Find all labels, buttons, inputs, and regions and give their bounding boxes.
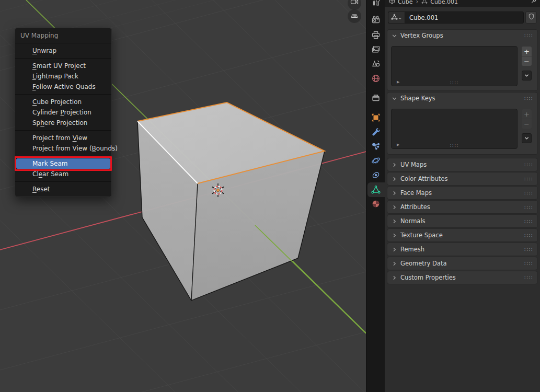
menu-item-lightmap-pack[interactable]: Lightmap Pack	[16, 71, 110, 82]
output-icon	[371, 30, 381, 40]
panel-uv-maps[interactable]: UV Maps ::::	[387, 158, 537, 171]
shape-keys-panel: Shape Keys :::: ▶ :::: + −	[387, 93, 537, 154]
panel-label: Texture Space	[400, 232, 443, 239]
chevron-down-icon	[392, 31, 397, 41]
menu-item-mark-seam[interactable]: Mark Seam	[16, 158, 110, 169]
chevron-right-icon	[392, 174, 397, 184]
grid-floor-icon	[350, 10, 359, 22]
view-layer-icon	[371, 45, 381, 54]
tab-modifier[interactable]	[371, 127, 381, 136]
remove-vertex-group-button[interactable]: −	[522, 56, 532, 66]
panel-custom-properties[interactable]: Custom Properties ::::	[387, 271, 537, 284]
panel-face-maps[interactable]: Face Maps ::::	[387, 187, 537, 199]
world-icon	[371, 74, 381, 83]
tab-collection[interactable]	[371, 93, 381, 102]
3d-viewport[interactable]: UV Mapping UnwrapSmart UV ProjectLightma…	[0, 0, 366, 392]
panel-label: Geometry Data	[400, 260, 446, 267]
drag-handle-icon[interactable]: ::::	[524, 162, 533, 167]
drag-handle-icon[interactable]: ::::	[524, 247, 533, 252]
tab-material[interactable]	[371, 199, 381, 209]
menu-item-cube-projection[interactable]: Cube Projection	[16, 97, 110, 107]
fake-user-button[interactable]	[525, 11, 537, 24]
menu-title: UV Mapping	[15, 29, 111, 42]
mesh-name-field[interactable]	[405, 11, 524, 24]
modifier-icon	[371, 127, 381, 136]
properties-tab-bar	[366, 0, 385, 392]
menu-item-project-from-view-bounds[interactable]: Project from View (Bounds)	[16, 143, 110, 154]
tab-object[interactable]	[371, 113, 381, 122]
drag-handle-icon[interactable]: ::::	[524, 176, 533, 181]
menu-item-cylinder-projection[interactable]: Cylinder Projection	[16, 107, 110, 118]
tab-physics[interactable]	[371, 156, 381, 165]
breadcrumb-data-label[interactable]: Cube.001	[430, 0, 458, 5]
drag-handle-icon[interactable]: ::::	[524, 190, 533, 195]
scene-icon	[371, 59, 381, 68]
menu-item-project-from-view[interactable]: Project from View	[16, 133, 110, 143]
menu-item-label: Sphere Projection	[32, 119, 87, 126]
shape-key-specials-button[interactable]	[522, 133, 532, 143]
menu-item-follow-active-quads[interactable]: Follow Active Quads	[16, 82, 110, 92]
properties-editor: Cube › Cube.001	[385, 0, 540, 392]
panel-remesh[interactable]: Remesh ::::	[387, 243, 537, 256]
resize-handle-icon[interactable]: ::::	[392, 79, 517, 85]
resize-handle-icon[interactable]: ::::	[392, 142, 517, 148]
menu-item-smart-uv-project[interactable]: Smart UV Project	[16, 61, 110, 71]
tab-render[interactable]	[371, 15, 381, 25]
grid-floor-button[interactable]	[348, 9, 361, 23]
menu-item-sphere-projection[interactable]: Sphere Projection	[16, 118, 110, 128]
tab-particles[interactable]	[371, 142, 381, 151]
y-axis-line-front	[255, 225, 366, 333]
tab-world[interactable]	[371, 74, 381, 83]
shape-keys-header[interactable]: Shape Keys ::::	[387, 93, 537, 104]
menu-item-clear-seam[interactable]: Clear Seam	[16, 169, 110, 179]
mesh-data-type-button[interactable]	[388, 11, 405, 24]
panel-label: Shape Keys	[400, 95, 435, 102]
shape-keys-list[interactable]: ▶ ::::	[391, 109, 518, 149]
panel-geometry-data[interactable]: Geometry Data ::::	[387, 257, 537, 270]
render-icon	[371, 15, 381, 25]
panel-label: Normals	[400, 217, 426, 225]
menu-item-unwrap[interactable]: Unwrap	[16, 45, 110, 56]
menu-item-label: Smart UV Project	[32, 62, 86, 70]
object-data-icon	[371, 185, 381, 194]
chevron-right-icon	[392, 259, 397, 269]
drag-handle-icon[interactable]: ::::	[524, 33, 533, 38]
panel-color-attributes[interactable]: Color Attributes ::::	[387, 172, 537, 185]
tab-view-layer[interactable]	[371, 45, 381, 54]
drag-handle-icon[interactable]: ::::	[524, 233, 533, 238]
drag-handle-icon[interactable]: ::::	[524, 261, 533, 266]
blender-window: { "viewport": { "nav": { "camera_icon": …	[0, 0, 540, 392]
menu-item-label: Clear Seam	[32, 170, 68, 178]
drag-handle-icon[interactable]: ::::	[524, 218, 533, 224]
menu-item-reset[interactable]: Reset	[16, 184, 110, 194]
collapsed-panels: UV Maps :::: Color Attributes :::: Face …	[387, 158, 537, 285]
object-icon	[371, 113, 381, 122]
tab-scene[interactable]	[371, 59, 381, 68]
panel-texture-space[interactable]: Texture Space ::::	[387, 229, 537, 241]
tab-output[interactable]	[371, 30, 381, 40]
drag-handle-icon[interactable]: ::::	[524, 275, 533, 280]
camera-view-icon	[350, 0, 359, 9]
pin-icon[interactable]	[531, 0, 537, 6]
menu-item-label: Lightmap Pack	[32, 73, 78, 80]
vertex-groups-header[interactable]: Vertex Groups ::::	[387, 30, 537, 41]
add-shape-key-button[interactable]: +	[522, 109, 532, 119]
particles-icon	[371, 142, 381, 151]
tab-tool[interactable]	[371, 0, 381, 7]
menu-separator	[15, 58, 111, 59]
remove-shape-key-button[interactable]: −	[522, 119, 532, 129]
drag-handle-icon[interactable]: ::::	[524, 204, 533, 210]
panel-attributes[interactable]: Attributes ::::	[387, 201, 537, 213]
tab-constraints[interactable]	[371, 170, 381, 180]
menu-separator	[15, 94, 111, 95]
vertex-group-specials-button[interactable]	[522, 71, 532, 80]
drag-handle-icon[interactable]: ::::	[524, 96, 533, 101]
tab-object-data[interactable]	[371, 185, 381, 194]
panel-label: Color Attributes	[400, 175, 447, 182]
vertex-groups-list[interactable]: ▶ ::::	[391, 46, 518, 86]
cube-mesh[interactable]	[137, 102, 325, 301]
chevron-right-icon	[392, 230, 397, 240]
panel-normals[interactable]: Normals ::::	[387, 215, 537, 227]
add-vertex-group-button[interactable]: +	[522, 47, 532, 56]
breadcrumb-object-label[interactable]: Cube	[398, 0, 412, 5]
